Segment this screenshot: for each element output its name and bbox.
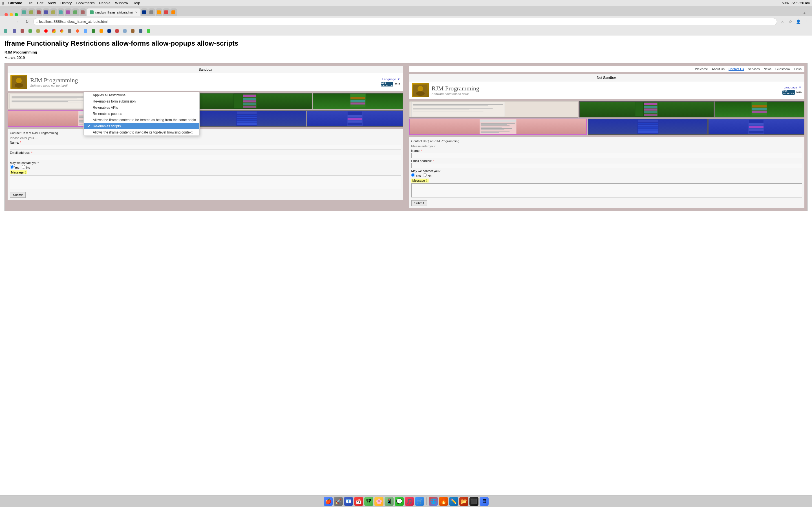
form-contact-row-sandbox: May we contact you? Yes No bbox=[10, 161, 401, 169]
dropdown-item-1[interactable]: Re-enables form submission bbox=[84, 98, 199, 105]
tab-ext4[interactable] bbox=[43, 8, 50, 16]
tab-ext3[interactable] bbox=[36, 8, 42, 16]
tab-ext8[interactable] bbox=[72, 8, 79, 16]
sandbox-panel: Sandbox RJM Programming Software need no… bbox=[5, 63, 406, 211]
svg-rect-15 bbox=[243, 98, 256, 100]
menu-people[interactable]: People bbox=[99, 1, 110, 5]
bookmark-ext4[interactable] bbox=[106, 29, 112, 33]
bookmark-g2[interactable] bbox=[58, 29, 65, 33]
iframe-container: Sandbox RJM Programming Software need no… bbox=[4, 63, 406, 211]
bookmark-bar bbox=[0, 27, 406, 35]
rjm-title-block-sandbox: RJM Programming Software need not be har… bbox=[30, 76, 378, 87]
svg-rect-20 bbox=[350, 94, 365, 97]
sandbox-label-bar: Sandbox bbox=[8, 66, 403, 73]
menu-help[interactable]: Help bbox=[133, 1, 140, 5]
menu-window[interactable]: Window bbox=[115, 1, 128, 5]
refresh-button[interactable]: ↻ bbox=[23, 18, 31, 25]
svg-rect-7 bbox=[11, 99, 77, 99]
dropdown-item-2[interactable]: Re-enables APIs bbox=[84, 105, 199, 111]
menu-view[interactable]: View bbox=[48, 1, 56, 5]
bookmark-item6[interactable] bbox=[43, 29, 49, 33]
svg-rect-16 bbox=[243, 100, 256, 102]
screenshots-sandbox bbox=[8, 93, 403, 127]
form-message-row-sandbox: Message ‡ bbox=[10, 170, 401, 190]
bookmark-ext7[interactable] bbox=[130, 29, 136, 33]
ss-block-right-bottom-sandbox bbox=[187, 110, 403, 127]
svg-rect-44 bbox=[348, 115, 362, 117]
email-input-sandbox[interactable] bbox=[10, 155, 401, 160]
name-input-sandbox[interactable] bbox=[10, 145, 401, 150]
w3c-year-sandbox: 2019 bbox=[395, 83, 400, 86]
form-intro-sandbox: Please enter your ... bbox=[10, 136, 401, 140]
tab-ext7[interactable] bbox=[65, 8, 71, 16]
security-icon: ℹ bbox=[36, 20, 38, 23]
dropdown-item-0[interactable]: Applies all restrictions bbox=[84, 92, 199, 98]
lang-selector-sandbox[interactable]: Language ▼ bbox=[382, 77, 400, 81]
tab-other2[interactable] bbox=[170, 8, 177, 16]
bookmark-item2[interactable] bbox=[11, 29, 18, 33]
svg-rect-41 bbox=[237, 123, 257, 125]
tab-ext6[interactable] bbox=[57, 8, 64, 16]
bookmark-ext5[interactable] bbox=[114, 29, 120, 33]
no-radio-sandbox[interactable] bbox=[22, 165, 26, 169]
bookmark-item4[interactable] bbox=[27, 29, 34, 33]
bookmark-item[interactable] bbox=[2, 29, 10, 33]
bookmark-item5[interactable] bbox=[35, 29, 42, 33]
bookmark-item7[interactable] bbox=[66, 29, 73, 33]
ss-row-1-sandbox bbox=[8, 93, 403, 109]
bookmark-ext6[interactable] bbox=[121, 29, 128, 33]
svg-rect-21 bbox=[350, 97, 365, 99]
svg-rect-47 bbox=[348, 123, 362, 125]
yes-radio-label-sandbox[interactable]: Yes bbox=[10, 165, 19, 169]
back-button[interactable]: ← bbox=[3, 18, 11, 25]
minimize-window-button[interactable] bbox=[10, 13, 13, 16]
menu-bookmarks[interactable]: Bookmarks bbox=[76, 1, 94, 5]
apple-menu[interactable]:  bbox=[2, 1, 4, 5]
menu-history[interactable]: History bbox=[60, 1, 71, 5]
menu-file[interactable]: File bbox=[27, 1, 33, 5]
submit-button-sandbox[interactable]: Submit bbox=[10, 192, 26, 198]
form-email-row-sandbox: Email address: * bbox=[10, 151, 401, 160]
tab-paypal[interactable] bbox=[141, 8, 148, 16]
form-contact-label-sandbox: May we contact you? bbox=[10, 161, 39, 165]
tab-other1[interactable] bbox=[148, 8, 155, 16]
form-name-row-sandbox: Name: * bbox=[10, 141, 401, 150]
tab-bar: sandbox_iframe_attribute.html ✕ ＋ bbox=[0, 6, 406, 16]
bookmark-ext3[interactable] bbox=[98, 29, 105, 33]
bookmark-item8[interactable] bbox=[74, 29, 81, 33]
navigation-bar: ← → ↻ ℹ localhost:8888/sandbox_iframe_at… bbox=[0, 16, 406, 27]
bookmark-item3[interactable] bbox=[19, 29, 26, 33]
bookmark-ext8[interactable] bbox=[137, 29, 144, 33]
message-textarea-sandbox[interactable] bbox=[10, 175, 401, 189]
w3c-icon-sandbox: W3C XHTML 1.0 bbox=[381, 82, 393, 87]
dropdown-item-5-selected[interactable]: ✓ Re-enables scripts bbox=[84, 123, 199, 129]
dropdown-item-3[interactable]: Re-enables popups bbox=[84, 111, 199, 117]
svg-rect-22 bbox=[350, 100, 365, 102]
bookmark-google[interactable] bbox=[50, 29, 57, 33]
tab-gmail[interactable] bbox=[163, 8, 170, 16]
ss-row-2-sandbox bbox=[8, 110, 403, 127]
menu-chrome[interactable]: Chrome bbox=[8, 1, 22, 5]
tab-ext5[interactable] bbox=[50, 8, 57, 16]
yes-radio-sandbox[interactable] bbox=[10, 165, 13, 169]
menu-edit[interactable]: Edit bbox=[37, 1, 43, 5]
dropdown-item-6[interactable]: Allows the iframe content to navigate it… bbox=[84, 129, 199, 135]
svg-rect-9 bbox=[11, 101, 68, 102]
tab-close-button[interactable]: ✕ bbox=[135, 11, 138, 14]
tab-extensions[interactable] bbox=[21, 8, 28, 16]
bookmark-ext9[interactable] bbox=[145, 29, 152, 33]
no-radio-label-sandbox[interactable]: No bbox=[22, 165, 30, 169]
svg-rect-6 bbox=[11, 97, 87, 98]
forward-button[interactable]: → bbox=[13, 18, 21, 25]
address-bar[interactable]: ℹ localhost:8888/sandbox_iframe_attribut… bbox=[33, 18, 406, 25]
svg-rect-24 bbox=[350, 105, 365, 107]
dropdown-item-4[interactable]: Allows the iframe content to be treated … bbox=[84, 117, 199, 123]
bookmark-ext[interactable] bbox=[82, 29, 89, 33]
bookmark-ext2[interactable] bbox=[90, 29, 97, 33]
maximize-window-button[interactable] bbox=[15, 13, 18, 16]
active-tab[interactable]: sandbox_iframe_attribute.html ✕ bbox=[87, 8, 140, 16]
close-window-button[interactable] bbox=[4, 13, 8, 16]
tab-ext9[interactable] bbox=[80, 8, 86, 16]
tab-amazon[interactable] bbox=[156, 8, 162, 16]
tab-ext2[interactable] bbox=[28, 8, 35, 16]
